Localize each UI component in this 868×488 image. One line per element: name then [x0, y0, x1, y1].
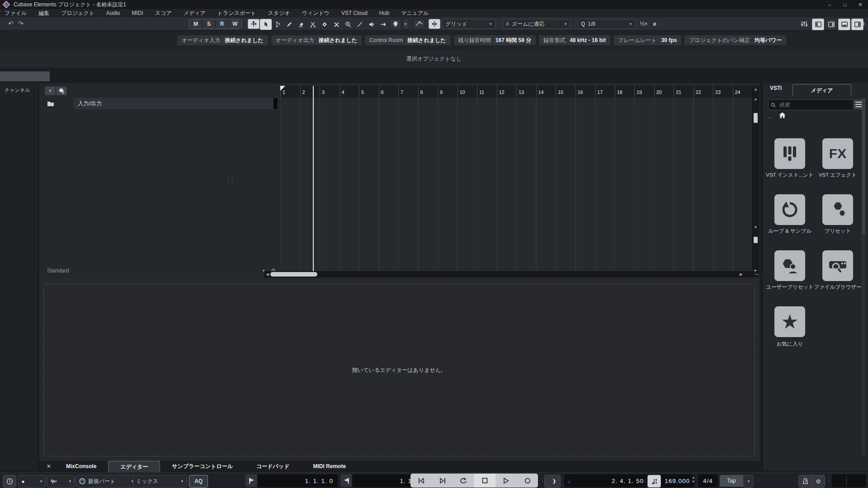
mix-dropdown[interactable]: ミックス ▼ — [133, 475, 187, 488]
ruler-bar[interactable]: 23 — [713, 86, 733, 98]
time-signature-display[interactable]: 4/4 — [698, 474, 718, 487]
ruler-bar[interactable]: 16 — [576, 86, 595, 98]
media-search[interactable] — [768, 99, 856, 110]
ruler-bar[interactable]: 14 — [536, 86, 556, 98]
menu-item[interactable]: プロジェクト — [61, 9, 94, 17]
lower-zone-tab[interactable]: コードパッド — [245, 461, 301, 472]
comp-tool-button[interactable] — [390, 19, 401, 29]
grid-type-dropdown[interactable]: # ズームに適応 ▼ — [503, 19, 571, 29]
tile-file-browser[interactable] — [822, 250, 853, 281]
info-chip[interactable]: 残り録音時間167 時間 58 分 — [454, 35, 536, 45]
go-to-previous-marker-button[interactable] — [410, 474, 432, 488]
event-display-grid[interactable] — [280, 98, 752, 271]
vscroll-thumb[interactable] — [754, 113, 758, 123]
section-dots[interactable]: ⋮ — [826, 477, 832, 483]
menu-item[interactable]: スコア — [155, 9, 172, 17]
erase-tool[interactable] — [295, 19, 307, 30]
auto-quantize-button[interactable]: AQ — [189, 475, 208, 488]
range-selection-tool[interactable] — [272, 19, 283, 30]
ruler-bar[interactable]: 9 — [438, 86, 458, 98]
performance-meter[interactable] — [832, 474, 866, 487]
info-chip[interactable]: オーディオ入力接続されました — [177, 35, 268, 45]
tempo-display[interactable]: 169.000 — [661, 474, 694, 487]
scroll-down-icon[interactable]: ▼ — [754, 225, 758, 230]
quantize-panel-button[interactable]: e — [650, 19, 659, 29]
info-chip[interactable]: オーディオ出力接続されました — [271, 35, 362, 45]
ruler-bar[interactable]: 24 — [733, 86, 753, 98]
ruler-bar[interactable]: 12 — [497, 86, 517, 98]
info-chip[interactable]: プロジェクトのパン補正均等パワー — [684, 35, 786, 45]
zoom-out-icon[interactable]: − — [755, 271, 758, 277]
ruler-bar[interactable]: 2 — [300, 86, 320, 98]
setup-toolbar-button[interactable]: ⚙ — [858, 19, 867, 29]
mute-all-button[interactable]: M — [189, 19, 203, 28]
ruler-bar[interactable]: 4 — [340, 86, 359, 98]
click-button[interactable] — [544, 475, 561, 488]
back-arrow-icon[interactable]: ← — [767, 113, 774, 120]
write-automation-button[interactable]: W — [229, 19, 241, 28]
go-to-next-marker-button[interactable] — [432, 474, 453, 488]
section-dots[interactable]: ⋮ — [184, 477, 189, 483]
comp-tool-dropdown[interactable]: ▼ — [402, 19, 409, 29]
snap-zero-crossing-button[interactable] — [413, 19, 425, 29]
mixconsole-button[interactable] — [798, 19, 810, 29]
tile-vst-effects[interactable]: FX — [822, 138, 853, 169]
record-mode-dropdown[interactable]: ● ▼ — [18, 475, 46, 488]
scroll-up-icon[interactable]: ▲ — [754, 97, 758, 101]
menu-item[interactable]: MIDI — [132, 10, 143, 16]
menu-item[interactable]: VST Cloud — [341, 10, 368, 16]
track-row[interactable]: 入力/出力 — [42, 98, 278, 109]
section-dots[interactable]: ⋮ — [756, 477, 761, 483]
spinner-up-icon[interactable]: ▲ — [692, 476, 695, 479]
object-selection-tool[interactable] — [260, 19, 272, 30]
ruler-bar[interactable]: 20 — [654, 86, 674, 98]
tab-vsti[interactable]: VSTi — [770, 85, 782, 91]
tempo-track-button[interactable] — [647, 475, 661, 488]
midi-insert-dropdown[interactable]: 新規パート ▼ — [76, 475, 137, 488]
line-tool[interactable] — [354, 19, 366, 30]
info-chip[interactable]: 録音形式48 kHz - 16 bit — [539, 35, 610, 45]
tile-user-presets[interactable] — [774, 250, 805, 281]
right-zone-scroll-thumb[interactable] — [862, 99, 865, 234]
scroll-left-icon[interactable]: ◀ — [266, 272, 269, 277]
cursor-position-display[interactable]: ♩ 2. 4. 1. 50 — [564, 474, 648, 487]
hscroll-thumb[interactable] — [270, 272, 317, 277]
spinner-down-icon[interactable]: ▼ — [692, 480, 695, 483]
right-zone-scrollbar[interactable] — [862, 99, 865, 455]
tap-tempo-button[interactable]: Tap — [720, 475, 743, 487]
tap-mode-dropdown[interactable]: ▼ — [744, 475, 754, 488]
zoom-tool[interactable] — [342, 19, 354, 30]
info-chip[interactable]: フレームレート30 fps — [613, 35, 681, 45]
home-icon[interactable] — [779, 112, 786, 118]
add-track-button[interactable]: + — [45, 86, 56, 95]
ruler-bar[interactable]: 21 — [674, 86, 693, 98]
iterative-quantize-button[interactable]: ½× — [639, 19, 648, 29]
scrub-tool[interactable] — [377, 19, 389, 30]
close-button[interactable]: ✕ — [853, 0, 868, 9]
quantize-dropdown[interactable]: Q 1/8 ▼ — [578, 19, 636, 29]
ruler-bar[interactable]: 15 — [556, 86, 576, 98]
split-tool[interactable] — [307, 19, 319, 30]
read-automation-button[interactable]: R — [216, 19, 229, 28]
lower-zone-tab[interactable]: MIDI Remote — [301, 461, 358, 472]
metronome-setup-button[interactable]: ⚙ — [811, 475, 825, 488]
record-button[interactable] — [517, 474, 538, 488]
scroll-right-icon[interactable]: ▶ — [740, 272, 743, 277]
ruler-bar[interactable]: 19 — [634, 86, 654, 98]
lower-zone-tab[interactable]: MixConsole — [54, 461, 108, 472]
stop-button[interactable] — [474, 474, 495, 488]
menu-item[interactable]: スタジオ — [268, 9, 290, 17]
menu-item[interactable]: マニュアル — [401, 9, 429, 17]
tile-presets[interactable] — [822, 194, 853, 225]
glue-tool[interactable] — [319, 19, 330, 30]
solo-all-button[interactable]: S — [203, 19, 216, 28]
vertical-scrollbar[interactable]: ▼ ▲ ▼ + — [752, 86, 759, 277]
menu-item[interactable]: メディア — [184, 9, 206, 17]
ruler-bar[interactable]: 3 — [320, 86, 340, 98]
menu-item[interactable]: Audio — [106, 10, 120, 16]
track-visibility-button[interactable] — [56, 86, 67, 95]
tempo-spinner[interactable]: ▲ ▼ — [692, 476, 695, 483]
metronome-button[interactable] — [798, 475, 812, 488]
lower-zone-tab[interactable]: エディター — [108, 461, 160, 472]
tile-favorites[interactable]: ★ — [774, 306, 805, 337]
